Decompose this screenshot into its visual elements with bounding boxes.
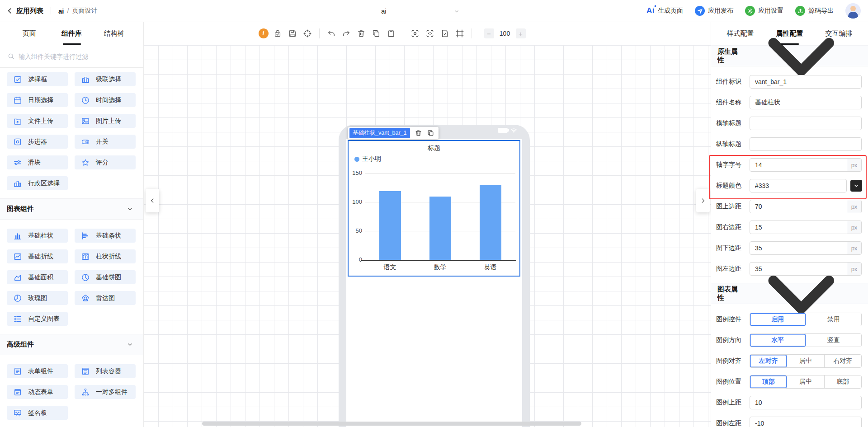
segmented-option[interactable]: 禁用 [806,313,862,326]
avatar[interactable] [845,3,861,19]
component-item[interactable]: 行政区选择 [7,176,68,190]
frame-icon[interactable] [454,28,466,39]
paste-icon[interactable] [385,28,397,39]
field-input[interactable] [750,200,847,213]
component-item[interactable]: 评分 [75,155,136,169]
collapse-left-panel-handle[interactable] [146,189,159,212]
generate-page-button[interactable]: Ai生成页面 [646,6,683,15]
component-item[interactable]: 自定义图表 [7,312,68,326]
field-input[interactable] [750,96,861,109]
component-item[interactable]: 开关 [75,135,136,149]
source-export-button[interactable]: 源码导出 [795,6,834,16]
component-item[interactable]: 滑块 [7,155,68,169]
component-group-header[interactable]: 图表组件 [0,198,143,220]
chart-x-label: 语文 [372,263,408,272]
right-panel-tab[interactable]: 样式配置 [716,22,765,45]
component-item[interactable]: 步进器 [7,135,68,149]
component-item[interactable]: 基础条状 [75,229,136,243]
component-item[interactable]: 基础柱状 [7,229,68,243]
info-icon[interactable] [259,28,269,38]
delete-component-icon[interactable] [415,129,422,137]
duplicate-icon[interactable] [370,28,382,39]
segmented-option[interactable]: 竖直 [806,334,862,347]
segmented-option[interactable]: 顶部 [750,375,787,388]
segmented-option[interactable]: 左对齐 [750,355,787,367]
zoom-out-button[interactable]: − [484,28,494,38]
back-chevron-icon[interactable] [6,7,14,15]
stepper-icon [13,137,22,146]
collapse-right-panel-handle[interactable] [696,189,710,212]
field-input[interactable] [750,221,847,234]
component-item[interactable]: 图片上传 [75,114,136,128]
component-item[interactable]: 玫瑰图 [7,291,68,305]
component-search-input[interactable] [19,53,136,60]
doc-check-icon[interactable] [439,28,451,39]
component-item[interactable]: 时间选择 [75,93,136,107]
component-item[interactable]: 表单组件 [7,364,68,378]
left-panel-tab[interactable]: 页面 [8,22,51,45]
app-publish-button[interactable]: 应用发布 [695,6,733,16]
action-label: 源码导出 [808,7,834,15]
component-item[interactable]: 签名板 [7,406,68,420]
settings-gear-icon [745,6,755,16]
field-input[interactable] [750,396,861,409]
component-item[interactable]: 动态表单 [7,385,68,399]
component-item[interactable]: 日期选择 [7,93,68,107]
field-input[interactable] [750,417,861,427]
preview-scan-icon[interactable] [409,28,421,39]
component-item[interactable]: 基础饼图 [75,270,136,284]
left-panel-tab[interactable]: 结构树 [93,22,135,45]
field-input[interactable] [750,179,846,192]
unit-suffix: px [847,159,861,171]
component-item[interactable]: 一对多组件 [75,385,136,399]
segmented-option[interactable]: 水平 [750,334,806,347]
component-item[interactable]: 基础折线 [7,249,68,263]
component-item[interactable]: 基础面积 [7,270,68,284]
chart-bar [429,197,451,260]
segmented-option[interactable]: 底部 [824,375,861,388]
target-icon[interactable] [302,28,313,39]
horizontal-scrollbar[interactable] [202,422,581,426]
component-item[interactable]: 级联选择 [75,72,136,86]
field-input[interactable] [750,138,861,150]
component-item[interactable]: 雷达图 [75,291,136,305]
section-title: 图表属性 [717,285,741,302]
unlock-icon[interactable] [272,28,283,39]
save-icon[interactable] [287,28,298,39]
segmented-option[interactable]: 居中 [787,355,824,367]
component-item-label: 级联选择 [96,75,121,84]
right-panel-tab[interactable]: 交互编排 [814,22,863,45]
component-item[interactable]: 柱状折线 [75,249,136,263]
chart-fields: 图例控件启用禁用图例方向水平竖直图例对齐左对齐居中右对齐图例位置顶部居中底部图例… [711,304,868,427]
redo-icon[interactable] [340,28,352,39]
component-item[interactable]: 文件上传 [7,114,68,128]
code-scan-icon[interactable] [424,28,436,39]
radar-chart-icon [81,294,90,303]
canvas-grid[interactable]: 基础柱状_vant_bar_1 标题 王小明 050100150语文数学英语 [144,45,711,427]
chart-section-header[interactable]: 图表属性 [711,283,868,304]
field-input[interactable] [750,117,861,130]
bar-chart-component[interactable]: 标题 王小明 050100150语文数学英语 [348,140,520,277]
back-label[interactable]: 应用列表 [16,7,43,15]
zoom-in-button[interactable]: + [516,28,526,38]
segmented-option[interactable]: 右对齐 [824,355,861,367]
copy-component-icon[interactable] [427,129,434,137]
field-input[interactable] [750,159,847,171]
breadcrumb: 应用列表 ai / 页面设计 [0,7,97,15]
delete-icon[interactable] [355,28,367,39]
native-section-header[interactable]: 原生属性 [711,45,868,66]
color-dropdown-button[interactable] [850,180,862,192]
component-item[interactable]: 选择框 [7,72,68,86]
field-input[interactable] [750,75,861,88]
component-item-label: 步进器 [28,138,47,146]
field-input-wrap [750,396,862,409]
app-settings-button[interactable]: 应用设置 [745,6,783,16]
right-panel-tab[interactable]: 属性配置 [765,22,814,45]
segmented-option[interactable]: 启用 [750,313,806,326]
undo-icon[interactable] [326,28,337,39]
component-group-header[interactable]: 高级组件 [0,334,143,355]
component-item[interactable]: 列表容器 [75,364,136,378]
segmented-option[interactable]: 居中 [787,375,824,388]
left-panel-tab[interactable]: 组件库 [51,22,93,45]
page-select[interactable]: ai [357,0,463,22]
